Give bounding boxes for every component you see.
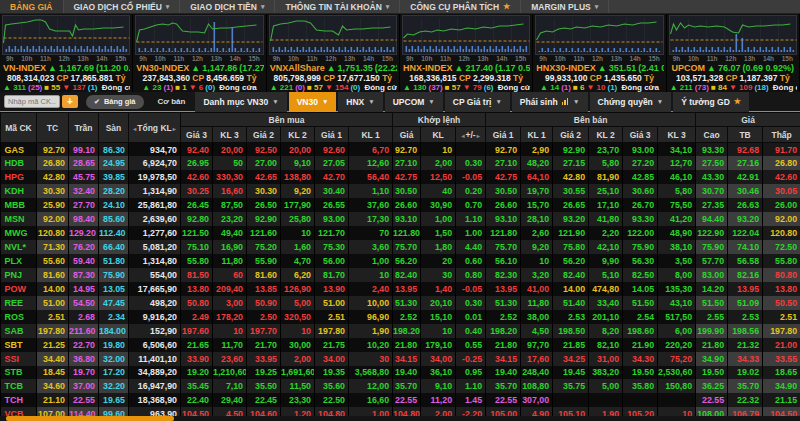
cell-total-volume[interactable]: 6,924,70 <box>129 156 181 170</box>
cell-ask-vol3[interactable]: 150,80 <box>658 379 696 393</box>
cell-bid-vol2[interactable]: 23,30 <box>281 393 315 407</box>
cell-ceiling[interactable]: 99.10 <box>69 143 99 157</box>
cell-bid-price3[interactable]: 197.60 <box>181 324 213 338</box>
cell-low[interactable]: 80.80 <box>763 268 800 282</box>
table-row[interactable]: GAS92.7099.1086.30934,7092.4020,0092.502… <box>1 143 800 157</box>
cell-bid-price3[interactable]: 26.95 <box>181 156 213 170</box>
col-header-ask-vol2[interactable]: KL 2 <box>589 127 623 143</box>
cell-matched-price[interactable]: 42.75 <box>393 170 421 184</box>
cell-ask-price3[interactable]: 19.50 <box>623 366 658 380</box>
cell-ref[interactable]: 26.80 <box>37 156 69 170</box>
cell-high[interactable]: 22.55 <box>696 393 728 407</box>
cell-bid-price2[interactable]: 22.45 <box>247 393 281 407</box>
cell-bid-price2[interactable]: 21.70 <box>247 338 281 352</box>
cell-bid-price2[interactable]: 26.50 <box>247 198 281 212</box>
cell-ceiling[interactable]: 54.50 <box>69 296 99 310</box>
cell-stock-code[interactable]: TCB <box>1 379 37 393</box>
cell-bid-vol1[interactable]: 3,568,80 <box>349 366 393 380</box>
cell-floor[interactable]: 13.05 <box>99 282 129 296</box>
cell-ask-vol3[interactable]: 5,80 <box>658 184 696 198</box>
cell-bid-price3[interactable]: 50.80 <box>181 296 213 310</box>
cell-ceiling[interactable]: 28.65 <box>69 156 99 170</box>
cell-bid-vol3[interactable]: 11,70 <box>213 338 247 352</box>
cell-ask-price1[interactable]: 21.80 <box>486 338 521 352</box>
sort-right-icon[interactable]: ▸ <box>477 133 480 139</box>
cell-ask-vol1[interactable]: 248,40 <box>521 366 553 380</box>
cell-high[interactable]: 94.40 <box>696 212 728 226</box>
cell-bid-vol2[interactable]: 20,00 <box>281 143 315 157</box>
cell-ask-vol2[interactable]: 25,10 <box>589 184 623 198</box>
col-header-bid-price2[interactable]: Giá 2 <box>247 127 281 143</box>
cell-ask-price3[interactable]: 21.90 <box>623 338 658 352</box>
cell-change[interactable]: 0.30 <box>456 156 486 170</box>
cell-bid-vol3[interactable]: 16,60 <box>213 184 247 198</box>
cell-high[interactable]: 34.90 <box>696 352 728 366</box>
cell-ask-price3[interactable]: 2.54 <box>623 310 658 324</box>
cell-ref[interactable]: 30.30 <box>37 184 69 198</box>
search-input[interactable] <box>4 95 60 108</box>
table-row[interactable]: SSI34.4036.8032.0011,401,1033.9023,6033.… <box>1 352 800 366</box>
cell-bid-price3[interactable]: 55.80 <box>181 254 213 268</box>
cell-bid-price1[interactable]: 51.00 <box>315 296 349 310</box>
col-header-ask-price2[interactable]: Giá 2 <box>553 127 589 143</box>
cell-matched-vol[interactable]: 2,00 <box>421 156 456 170</box>
col-header-ask-price1[interactable]: Giá 1 <box>486 127 521 143</box>
table-row[interactable]: HPG42.8045.7539.8519,978,5042.60330,3042… <box>1 170 800 184</box>
cell-avg[interactable]: 13.95 <box>728 282 763 296</box>
cell-avg[interactable]: 30.46 <box>728 184 763 198</box>
cell-bid-price2[interactable]: 55.90 <box>247 254 281 268</box>
table-row[interactable]: NVL*71.3076.2066.405,081,2075.1016,9075.… <box>1 240 800 254</box>
cell-ask-price3[interactable]: 122.00 <box>623 226 658 240</box>
cell-bid-price1[interactable]: 81.70 <box>315 268 349 282</box>
cell-ask-price2[interactable]: 19.45 <box>553 366 589 380</box>
cell-ask-vol3[interactable]: 3,50 <box>658 254 696 268</box>
cell-ask-vol2[interactable]: 33,40 <box>589 296 623 310</box>
col-header-high[interactable]: Cao <box>696 127 728 143</box>
cell-stock-code[interactable]: POW <box>1 282 37 296</box>
cell-bid-price3[interactable]: 81.50 <box>181 268 213 282</box>
cell-floor[interactable]: 17.20 <box>99 366 129 380</box>
col-header-low[interactable]: Thấp <box>763 127 800 143</box>
cell-ask-vol1[interactable]: 97,70 <box>521 338 553 352</box>
cell-ask-vol1[interactable]: 10 <box>521 254 553 268</box>
cell-avg[interactable]: 122.04 <box>728 226 763 240</box>
cell-bid-vol3[interactable]: 87,50 <box>213 198 247 212</box>
cell-ask-price2[interactable]: 82.40 <box>553 268 589 282</box>
cell-ref[interactable]: 18.45 <box>37 366 69 380</box>
cell-high[interactable]: 27.35 <box>696 198 728 212</box>
cell-bid-price2[interactable]: 92.90 <box>247 212 281 226</box>
table-row[interactable]: PNJ81.6087.3075.90554,0081.506081.606,20… <box>1 268 800 282</box>
cell-matched-vol[interactable]: 179,10 <box>421 338 456 352</box>
cell-bid-vol1[interactable]: 10 <box>349 268 393 282</box>
cell-ask-price2[interactable]: 21.85 <box>553 338 589 352</box>
cell-bid-vol2[interactable]: 4,70 <box>281 254 315 268</box>
cell-ask-vol3[interactable]: 517,50 <box>658 310 696 324</box>
cell-total-volume[interactable]: 1,277,60 <box>129 226 181 240</box>
cell-matched-price[interactable]: 22.55 <box>393 393 421 407</box>
cell-high[interactable]: 93.30 <box>696 143 728 157</box>
cell-bid-price1[interactable]: 34.00 <box>315 352 349 366</box>
cell-bid-vol1[interactable]: 10,00 <box>349 296 393 310</box>
cell-stock-code[interactable]: MSN <box>1 212 37 226</box>
cell-bid-price1[interactable]: 35.60 <box>315 379 349 393</box>
cell-total-volume[interactable]: 2,639,60 <box>129 212 181 226</box>
cell-ask-price2[interactable]: 27.15 <box>553 156 589 170</box>
cell-ask-price2[interactable]: 35.75 <box>553 379 589 393</box>
cell-matched-price[interactable]: 75.70 <box>393 240 421 254</box>
cell-matched-vol[interactable]: 34,00 <box>421 352 456 366</box>
cell-bid-price3[interactable]: 26.45 <box>181 198 213 212</box>
cell-matched-price[interactable]: 2.52 <box>393 310 421 324</box>
cell-ask-price3[interactable]: 30.60 <box>623 184 658 198</box>
cell-bid-price1[interactable]: 26.55 <box>315 198 349 212</box>
cell-ask-price3[interactable]: 56.30 <box>623 254 658 268</box>
cell-ask-price2[interactable]: 51.40 <box>553 296 589 310</box>
cell-change[interactable]: 0.60 <box>456 254 486 268</box>
cell-high[interactable]: 19.50 <box>696 366 728 380</box>
cell-ref[interactable]: 120.80 <box>37 226 69 240</box>
cell-matched-vol[interactable]: 10 <box>421 324 456 338</box>
cell-high[interactable]: 83.00 <box>696 268 728 282</box>
col-header-matched-vol[interactable]: KL <box>421 127 456 143</box>
cell-ceiling[interactable]: 22.70 <box>69 338 99 352</box>
cell-bid-price2[interactable]: 33.95 <box>247 352 281 366</box>
cell-bid-vol2[interactable]: 177,90 <box>281 198 315 212</box>
